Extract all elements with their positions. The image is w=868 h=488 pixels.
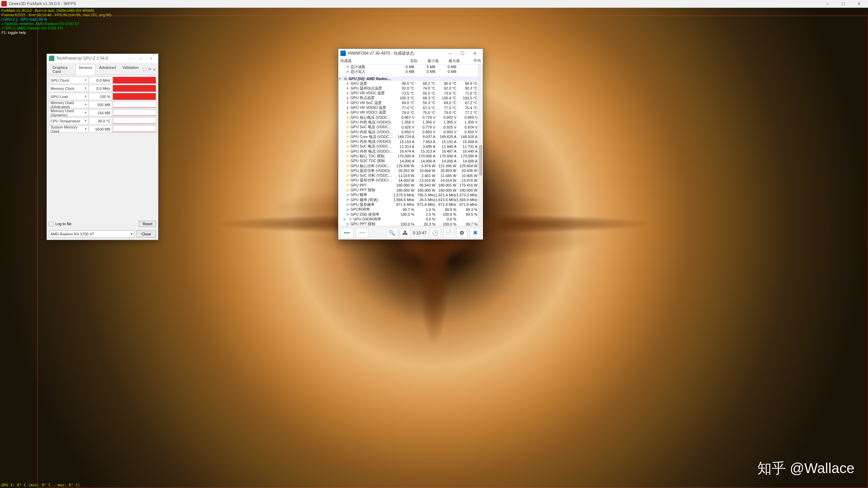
expand-icon[interactable]: ▸	[344, 217, 348, 221]
sensor-row[interactable]: 🌡GPU VR VDDC 温度73.5 °C55.5 °C73.6 °C71.6…	[338, 91, 478, 95]
sensor-row[interactable]: ⚡GPU SoC 电流 (VDDCR_S...11.913 A3.085 A11…	[338, 144, 478, 149]
device-select[interactable]: AMD Radeon RX 5700 XT ▾	[49, 230, 134, 238]
sensor-row[interactable]: ◔总计读取0 MB0 MB0 MB	[338, 64, 478, 69]
sensor-row[interactable]: ⚡GPU SOC TDC 限制14.000 A14.000 A14.000 A1…	[338, 159, 478, 163]
sensor-row[interactable]: ⚡GPU 内存 电流 (VDDCI_M...16.474 A15.313 A16…	[338, 149, 478, 154]
furmark-titlebar[interactable]: Geeks3D FurMark v1.35.0.0 - 96FPS ─ ☐ ✕	[0, 0, 868, 8]
menu-icon[interactable]: ≡	[153, 67, 155, 72]
gpu-group-header[interactable]: ▾▤GPU [#0]: AMD Radeon R...	[338, 76, 478, 81]
sensor-row[interactable]: 🌡GPU VR SoC 温度69.0 °C55.3 °C69.0 °C67.2 …	[338, 100, 478, 105]
val-min: 0.778 V	[414, 125, 435, 129]
sensor-graph[interactable]	[113, 93, 156, 100]
screenshot-icon[interactable]: ⛶	[143, 67, 146, 72]
sensor-row[interactable]: ⚡GPU SoC 电压 (VDDCR_S...0.925 V0.778 V0.9…	[338, 125, 478, 130]
hwinfo-sensor-list[interactable]: ◔总计读取0 MB0 MB0 MB◔总计写入0 MB0 MB0 MB▾▤GPU …	[338, 64, 483, 226]
clock-icon[interactable]: 🕑	[430, 228, 441, 238]
sensor-row[interactable]: ⚡GPU 核心 TDC 限制170.000 A170.000 A170.000 …	[338, 154, 478, 158]
chevron-down-icon: ▾	[85, 119, 87, 122]
sensor-row: CPU Temperature▾ 38.0 °C	[49, 117, 156, 125]
scrollbar[interactable]	[478, 64, 483, 226]
minimize-button[interactable]: ─	[126, 55, 136, 62]
hwinfo-titlebar[interactable]: HWiNFO64 v7.30-4870 - 传感器状态 ─ ☐ ✕	[338, 49, 483, 58]
sensor-row[interactable]: 🌡GPU 温度90.5 °C68.2 °C90.6 °C88.9 °C	[338, 81, 478, 86]
minimize-button[interactable]: ─	[444, 49, 456, 57]
sensor-row[interactable]: 🌡GPU VR VDDCI 温度79.0 °C70.0 °C79.0 °C77.…	[338, 110, 478, 115]
hwinfo-window[interactable]: HWiNFO64 v7.30-4870 - 传感器状态 ─ ☐ ✕ 传感器 实际…	[338, 48, 483, 240]
val-avg: 179.416 W	[456, 183, 477, 187]
sensor-graph[interactable]	[113, 109, 156, 116]
sensor-row[interactable]: ◔GPU D3D 使用率100.0 %2.5 %100.0 %99.5 %	[338, 212, 478, 217]
reset-button[interactable]: Reset	[139, 221, 156, 227]
maximize-button[interactable]: ☐	[136, 55, 146, 62]
sensor-row[interactable]: ⚡GPU 内存 电流 (VDDIO)15.153 A7.863 A15.191 …	[338, 139, 478, 144]
sensor-row[interactable]: ⚡GPU 核心电压 (VDDCR_GFX)0.867 V0.729 V0.892…	[338, 115, 478, 120]
val-current: 170.000 A	[393, 154, 414, 158]
sensor-row[interactable]: ⚡GPU 显存功率 (VDDIO)20.552 W10.664 W20.603 …	[338, 168, 478, 173]
clk-icon: ◔	[345, 202, 350, 207]
tab-sensors[interactable]: Sensors	[76, 64, 95, 75]
sensor-label[interactable]: Memory Used (Dynamic)▾	[49, 109, 88, 116]
sensor-label[interactable]: GPU Clock▾	[49, 77, 88, 84]
gpuz-titlebar[interactable]: TechPowerUp GPU-Z 2.54.0 ─ ☐ ✕	[47, 54, 158, 63]
settings-icon[interactable]: ⚙	[456, 228, 468, 238]
hwinfo-column-headers[interactable]: 传感器 实际 最小值 最大值 平均	[338, 58, 483, 64]
sensor-row[interactable]: ⚡GPU PPT180.000 W36.543 W180.001 W179.41…	[338, 183, 478, 188]
val-avg: 103.5 °C	[456, 96, 477, 100]
sensor-row[interactable]: ⚡GPU SoC 功耗 (VDDCR_S...11.019 W2.401 W11…	[338, 173, 478, 178]
val-current: 15.153 A	[393, 140, 414, 144]
val-current: 0 MB	[393, 65, 414, 69]
sensor-name: GPU 热点温度	[351, 95, 393, 100]
sensor-row[interactable]: ⚡GPU PPT 限制180.000 W180.000 W180.000 W18…	[338, 188, 478, 192]
save-icon[interactable]: 📄	[443, 228, 454, 238]
maximize-button[interactable]: ☐	[835, 0, 851, 7]
sensor-value: 154 MB	[89, 109, 112, 116]
close-button[interactable]: ✕	[851, 0, 867, 7]
log-to-file-label: Log to file	[55, 222, 72, 226]
minimize-button[interactable]: ─	[820, 0, 835, 7]
sensor-row[interactable]: ⚡GPU 内存 电压 (VDDIO)1.356 V1.356 V1.356 V1…	[338, 120, 478, 124]
sensor-row[interactable]: ◔GPU利用率99.7 %1.0 %99.8 %99.3 %	[338, 207, 478, 212]
close-button[interactable]: Close	[136, 230, 156, 238]
exit-icon[interactable]: ✖	[470, 228, 481, 238]
sensor-row[interactable]: ⚡GPU 核心功率 (VDDCR_GFX)129.936 W5.876 W131…	[338, 163, 478, 168]
collapse-icon[interactable]: ▾	[339, 77, 343, 80]
network-icon[interactable]: 🖧	[400, 228, 411, 238]
sensor-row[interactable]: ⚡GPU 内存 电压 (VDDCI_M...0.850 V0.850 V0.85…	[338, 130, 478, 134]
tab-advanced[interactable]: Advanced	[96, 64, 119, 75]
sensor-label[interactable]: CPU Temperature▾	[49, 117, 88, 124]
maximize-button[interactable]: ☐	[456, 49, 469, 57]
val-avg: 99.7 %	[456, 222, 477, 226]
log-to-file-checkbox[interactable]	[49, 222, 53, 226]
sensor-label[interactable]: GPU Load▾	[49, 93, 88, 100]
sensor-row[interactable]: ◔GPU PPT 限制100.0 %20.3 %100.0 %99.7 %	[338, 222, 478, 226]
gpuz-window[interactable]: TechPowerUp GPU-Z 2.54.0 ─ ☐ ✕ Graphics …	[46, 54, 158, 240]
sensor-row[interactable]: ◔GPU 频率1,570.9 MHz795.5 MHz1,621.4 MHz1,…	[338, 193, 478, 197]
sensor-label[interactable]: System Memory Used▾	[49, 125, 88, 133]
scrollbar-thumb[interactable]	[479, 145, 482, 176]
sensor-row[interactable]: ▸◔GPU D3D利用率0.0 %0.0 %	[338, 217, 478, 221]
sensor-graph[interactable]	[113, 125, 156, 133]
sensor-label[interactable]: Memory Clock▾	[49, 85, 88, 92]
nav-back-forward-button[interactable]: ⬅➡	[340, 228, 354, 238]
sensor-row[interactable]: ⚡GPU Core 电流 (VDDCR_G...149.724 A8.037 A…	[338, 134, 478, 139]
sensor-graph[interactable]	[113, 85, 156, 92]
tab-graphics-card[interactable]: Graphics Card	[50, 64, 75, 75]
sensor-label[interactable]: Memory Used (Dedicated)▾	[49, 101, 88, 108]
tab-validation[interactable]: Validation	[119, 64, 142, 75]
close-button[interactable]: ✕	[469, 49, 481, 57]
sensor-graph[interactable]	[113, 117, 156, 124]
sensor-row[interactable]: ◔GPU 显存频率871.8 MHz871.8 MHz871.8 MHz871.…	[338, 202, 478, 207]
search-icon[interactable]: 🔍	[386, 228, 398, 238]
sensor-graph[interactable]	[113, 101, 156, 108]
sensor-row[interactable]: 🌡GPU 热点温度105.3 °C68.3 °C105.4 °C103.5 °C	[338, 96, 478, 100]
sensor-row[interactable]: ⚡GPU 显存功率 (VDDCI_MEM)14.003 W13.016 W14.…	[338, 178, 478, 183]
sensor-row[interactable]: 🌡GPU VR VDDIO 温度77.0 °C67.3 °C77.0 °C75.…	[338, 105, 478, 110]
sensor-value: 555 MB	[89, 101, 112, 108]
nav-next-button[interactable]: ➡➡	[356, 228, 369, 238]
close-button[interactable]: ✕	[146, 55, 156, 62]
sensor-row[interactable]: ◔GPU 频率 (有效)1,566.6 MHz28.5 MHz1,615.5 M…	[338, 197, 478, 202]
sensor-row[interactable]: 🌡GPU 显存结点温度92.0 °C74.0 °C92.0 °C90.3 °C	[338, 86, 478, 91]
sensor-graph[interactable]	[113, 77, 156, 84]
sensor-row[interactable]: ◔总计写入0 MB0 MB0 MB	[338, 69, 478, 74]
refresh-icon[interactable]: ⟳	[148, 67, 151, 72]
